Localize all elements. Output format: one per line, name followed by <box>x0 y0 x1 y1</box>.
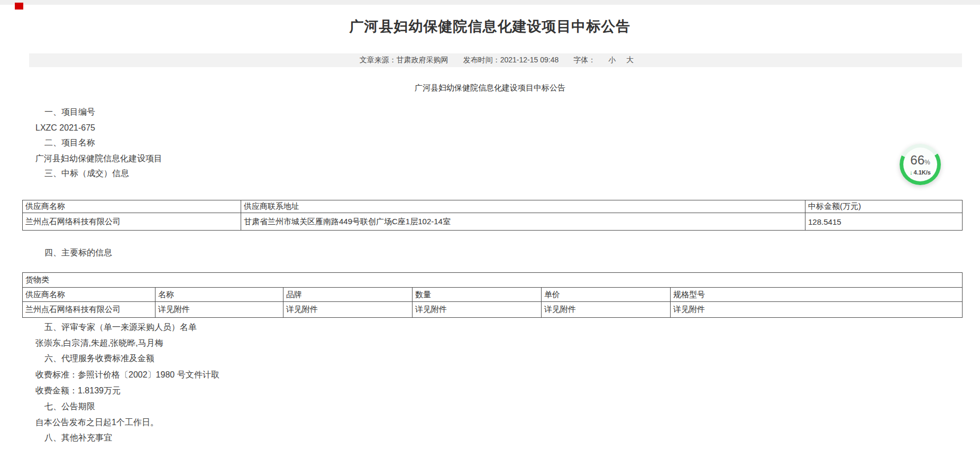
meta-bar: 文章来源：甘肃政府采购网 发布时间：2021-12-15 09:48 字体： 小… <box>29 53 962 67</box>
top-strip <box>0 0 980 5</box>
publish-time: 发布时间：2021-12-15 09:48 <box>463 56 559 65</box>
project-number: LXZC 2021-675 <box>35 123 95 133</box>
header-cell: 名称 <box>155 288 283 302</box>
header-cell: 品牌 <box>283 288 413 302</box>
progress-ring: 66% ↓4.1K/s <box>900 144 941 185</box>
document-subtitle: 广河县妇幼保健院信息化建设项目中标公告 <box>0 83 980 93</box>
section-5-heading: 五、评审专家（单一来源采购人员）名单 <box>44 322 197 333</box>
announcement-period: 自本公告发布之日起1个工作日。 <box>35 417 159 428</box>
header-cell: 供应商名称 <box>23 200 241 213</box>
section-3-heading: 三、中标（成交）信息 <box>44 168 129 179</box>
subject-info-table: 货物类 供应商名称 名称 品牌 数量 单价 规格型号 兰州点石网络科技有限公司 … <box>22 272 963 318</box>
item-spec-cell: 详见附件 <box>671 302 963 318</box>
award-amount-cell: 128.5415 <box>805 213 963 231</box>
announcement-page: 广河县妇幼保健院信息化建设项目中标公告 文章来源：甘肃政府采购网 发布时间：20… <box>0 0 980 450</box>
header-cell: 单价 <box>542 288 671 302</box>
font-small-button[interactable]: 小 <box>608 56 616 65</box>
header-cell: 中标金额(万元) <box>805 200 963 213</box>
download-speed: ↓4.1K/s <box>910 169 931 176</box>
supplier-name-cell: 兰州点石网络科技有限公司 <box>23 213 241 231</box>
header-cell: 规格型号 <box>671 288 963 302</box>
item-brand-cell: 详见附件 <box>283 302 413 318</box>
section-7-heading: 七、公告期限 <box>44 401 95 412</box>
down-arrow-icon: ↓ <box>910 169 913 176</box>
project-name: 广河县妇幼保健院信息化建设项目 <box>35 153 162 164</box>
section-4-heading: 四、主要标的信息 <box>44 247 112 258</box>
table-row: 兰州点石网络科技有限公司 详见附件 详见附件 详见附件 详见附件 详见附件 <box>23 302 963 318</box>
red-marker <box>15 3 23 10</box>
article-source: 文章来源：甘肃政府采购网 <box>360 56 448 65</box>
section-8-heading: 八、其他补充事宜 <box>44 433 112 443</box>
section-1-heading: 一、项目编号 <box>44 107 95 117</box>
section-6-heading: 六、代理服务收费标准及金额 <box>44 353 154 364</box>
page-title: 广河县妇幼保健院信息化建设项目中标公告 <box>0 17 980 36</box>
font-large-button[interactable]: 大 <box>626 56 634 65</box>
category-row: 货物类 <box>23 273 963 288</box>
fee-standard: 收费标准：参照计价格〔2002〕1980 号文件计取 <box>35 370 219 380</box>
header-cell: 供应商联系地址 <box>241 200 805 213</box>
fee-amount: 收费金额：1.8139万元 <box>35 385 121 396</box>
download-progress-widget[interactable]: 66% ↓4.1K/s <box>900 144 941 185</box>
item-name-cell: 详见附件 <box>155 302 283 318</box>
award-info-table: 供应商名称 供应商联系地址 中标金额(万元) 兰州点石网络科技有限公司 甘肃省兰… <box>22 200 963 231</box>
category-cell: 货物类 <box>23 273 963 288</box>
item-price-cell: 详见附件 <box>542 302 671 318</box>
header-cell: 供应商名称 <box>23 288 155 302</box>
table-header-row: 供应商名称 名称 品牌 数量 单价 规格型号 <box>23 288 963 302</box>
item-quantity-cell: 详见附件 <box>413 302 542 318</box>
expert-names: 张崇东,白宗清,朱超,张晓晔,马月梅 <box>35 338 163 348</box>
supplier-address-cell: 甘肃省兰州市城关区雁南路449号联创广场C座1层102-14室 <box>241 213 805 231</box>
table-row: 兰州点石网络科技有限公司 甘肃省兰州市城关区雁南路449号联创广场C座1层102… <box>23 213 963 231</box>
font-size-label: 字体： <box>573 56 596 65</box>
supplier-name-cell: 兰州点石网络科技有限公司 <box>23 302 155 318</box>
header-cell: 数量 <box>413 288 542 302</box>
table-header-row: 供应商名称 供应商联系地址 中标金额(万元) <box>23 200 963 213</box>
progress-percent: 66% <box>910 154 930 169</box>
progress-inner-disc: 66% ↓4.1K/s <box>903 148 937 181</box>
section-2-heading: 二、项目名称 <box>44 137 95 148</box>
